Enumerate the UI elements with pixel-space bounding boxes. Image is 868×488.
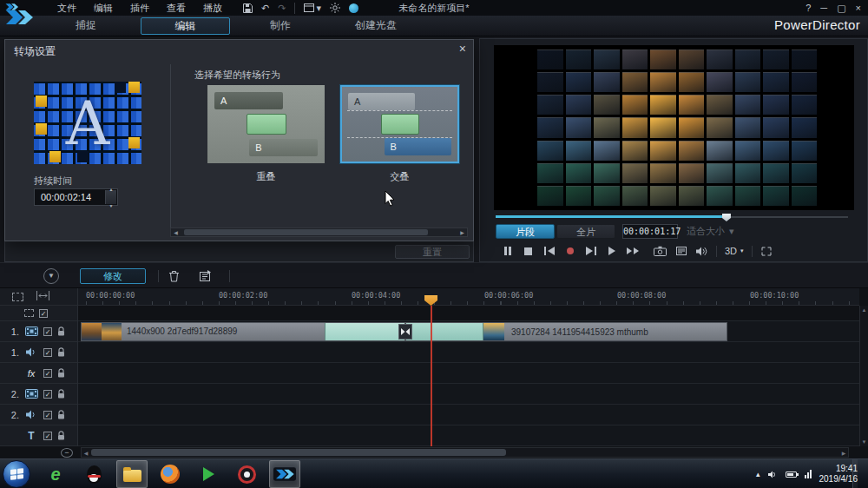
menu-item-3[interactable]: 查看: [158, 0, 194, 16]
track-lane-6[interactable]: [78, 425, 859, 446]
timeline-horizontal-scrollbar[interactable]: ◀ ▶: [81, 447, 849, 458]
transition-overlap-region[interactable]: [406, 323, 483, 340]
tray-battery-icon[interactable]: [786, 472, 797, 478]
track-enable-checkbox[interactable]: ✓: [43, 390, 52, 399]
redo-icon[interactable]: ↷: [278, 3, 286, 14]
start-button[interactable]: [3, 460, 30, 488]
close-button[interactable]: ×: [856, 3, 861, 13]
tray-volume-icon[interactable]: [768, 471, 778, 478]
fullscreen-icon[interactable]: [760, 244, 773, 258]
stop-button[interactable]: [522, 244, 535, 258]
help-button[interactable]: ?: [806, 3, 811, 13]
timeline-clip-2[interactable]: 39107284 1411954415923 mthumb: [405, 322, 727, 341]
menu-item-0[interactable]: 文件: [49, 0, 85, 16]
spin-up-icon[interactable]: ▲: [109, 181, 114, 197]
modify-button[interactable]: 修改: [80, 268, 146, 284]
spin-down-icon[interactable]: ▼: [109, 198, 114, 214]
track-lane-0[interactable]: [78, 306, 859, 321]
taskbar-browser-icon[interactable]: e: [40, 460, 71, 488]
next-frame-button[interactable]: [584, 244, 597, 258]
clip-mode-button[interactable]: 片段: [496, 224, 555, 239]
taskbar-explorer-icon[interactable]: [116, 460, 148, 488]
transition-overlap-region[interactable]: [325, 323, 404, 340]
transition-icon[interactable]: [398, 324, 412, 340]
track-lock-icon[interactable]: [57, 431, 65, 440]
tab-capture[interactable]: 捕捉: [52, 17, 120, 35]
produce-range-icon[interactable]: [200, 270, 212, 283]
track-lock-icon[interactable]: [57, 389, 65, 399]
track-lane-2[interactable]: [78, 342, 859, 363]
track-lane-4[interactable]: [78, 384, 859, 405]
save-icon[interactable]: [243, 3, 253, 13]
timeline-vertical-scrollbar[interactable]: ▲ ▼: [859, 306, 868, 446]
scrollbar-thumb[interactable]: [91, 449, 506, 456]
record-button[interactable]: [563, 244, 576, 258]
tab-create-disc[interactable]: 创建光盘: [337, 17, 415, 35]
3d-mode-dropdown[interactable]: 3D▾: [725, 246, 744, 256]
duration-input[interactable]: 00:00:02:14 ▲ ▼: [34, 188, 118, 206]
zoom-out-icon[interactable]: −: [61, 448, 73, 458]
track-lane-5[interactable]: [78, 405, 859, 425]
taskbar-qq-icon[interactable]: [78, 460, 109, 488]
scroll-right-icon[interactable]: ▶: [457, 229, 467, 235]
timeline-clip-1[interactable]: 1440x900 2d7edf917d28899: [81, 322, 405, 341]
range-select-icon[interactable]: [12, 293, 23, 301]
hidden-icons-arrow[interactable]: ▴: [756, 470, 760, 478]
scrollbar-thumb[interactable]: [184, 229, 428, 235]
settings-gear-icon[interactable]: [330, 3, 340, 13]
workspace-layout-icon[interactable]: ▾: [304, 3, 321, 14]
timeline-ruler[interactable]: 00:00:00:0000:00:02:0000:00:04:0000:00:0…: [78, 288, 859, 306]
track-lock-icon[interactable]: [57, 368, 65, 378]
menu-item-1[interactable]: 编辑: [85, 0, 122, 16]
dialog-close-icon[interactable]: ×: [459, 42, 466, 56]
preview-video-area[interactable]: [494, 45, 854, 210]
scroll-left-icon[interactable]: ◀: [171, 229, 181, 235]
track-enable-checkbox[interactable]: ✓: [43, 432, 52, 440]
collapse-panel-icon[interactable]: ▼: [43, 268, 59, 284]
show-desktop-button[interactable]: [852, 459, 858, 488]
transition-behavior-cross[interactable]: A B: [340, 85, 459, 163]
play-button[interactable]: [605, 244, 618, 258]
pause-button[interactable]: [501, 244, 514, 258]
track-enable-checkbox[interactable]: ✓: [43, 369, 52, 378]
tab-produce[interactable]: 制作: [248, 17, 312, 35]
trash-icon[interactable]: [168, 270, 180, 284]
track-enable-checkbox[interactable]: ✓: [43, 327, 52, 336]
track-lock-icon[interactable]: [57, 326, 65, 336]
taskbar-player-icon[interactable]: [193, 460, 224, 488]
snapshot-camera-icon[interactable]: [654, 244, 667, 258]
track-lane-3[interactable]: [78, 363, 859, 384]
reset-button[interactable]: 重置: [395, 245, 470, 259]
duration-spinner[interactable]: ▲ ▼: [105, 190, 116, 204]
fast-forward-button[interactable]: [626, 244, 639, 258]
track-height-icon[interactable]: [36, 291, 50, 302]
preview-seekbar[interactable]: [496, 214, 848, 221]
fit-size-dropdown[interactable]: 适合大小▾: [687, 225, 734, 238]
scroll-up-icon[interactable]: ▲: [862, 307, 867, 313]
tab-edit[interactable]: 编辑: [141, 17, 230, 35]
undo-icon[interactable]: ↶: [261, 3, 269, 14]
track-enable-checkbox[interactable]: ✓: [43, 348, 52, 357]
track-lock-icon[interactable]: [57, 347, 65, 357]
scroll-down-icon[interactable]: ▼: [862, 439, 867, 445]
transition-behavior-overlap[interactable]: A B: [207, 85, 325, 163]
scroll-right-icon[interactable]: ▶: [839, 450, 848, 456]
dialog-horizontal-scrollbar[interactable]: ◀ ▶: [170, 228, 468, 237]
track-enable-checkbox[interactable]: ✓: [43, 411, 52, 419]
taskbar-recorder-icon[interactable]: [231, 460, 262, 488]
taskbar-firefox-icon[interactable]: [155, 460, 186, 488]
tray-network-icon[interactable]: [805, 470, 812, 478]
track-lock-icon[interactable]: [57, 410, 65, 419]
maximize-button[interactable]: ▢: [837, 3, 845, 14]
range-select-icon[interactable]: [24, 309, 34, 317]
scroll-left-icon[interactable]: ◀: [82, 450, 90, 456]
previous-frame-button[interactable]: [542, 244, 556, 258]
menu-item-4[interactable]: 播放: [194, 0, 231, 16]
preview-quality-icon[interactable]: [674, 244, 687, 258]
minimize-button[interactable]: ─: [820, 3, 827, 13]
volume-icon[interactable]: [695, 244, 708, 258]
track-enable-checkbox[interactable]: ✓: [39, 309, 48, 318]
playhead-line[interactable]: [431, 306, 432, 446]
seek-handle[interactable]: [722, 214, 731, 221]
notification-icon[interactable]: [349, 3, 358, 13]
